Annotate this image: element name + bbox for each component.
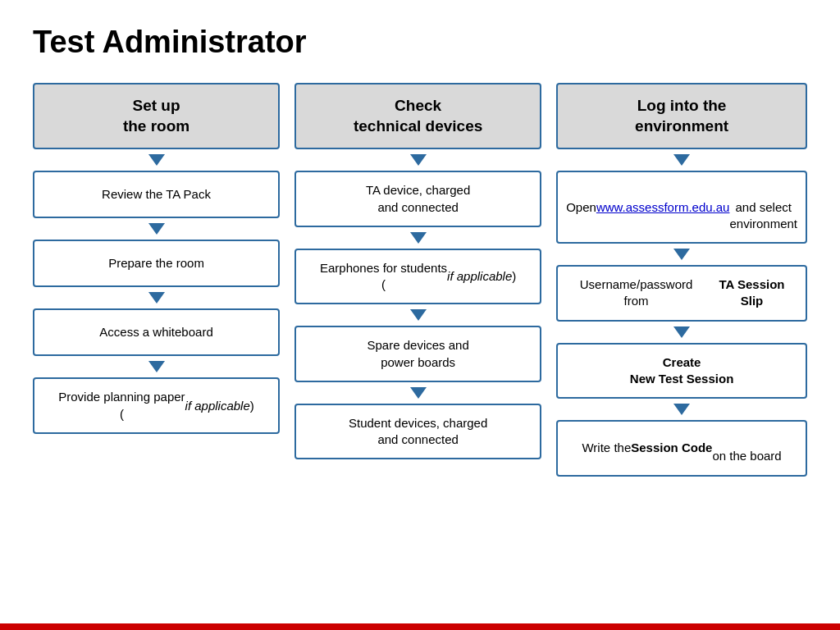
arrow-col2-4 — [410, 387, 427, 399]
arrow-col3-2 — [673, 249, 690, 260]
arrow-col1-1 — [148, 154, 165, 166]
col2-header: Checktechnical devices — [294, 83, 541, 149]
arrow-col3-4 — [673, 404, 690, 415]
step-student-devices: Student devices, chargedand connected — [294, 404, 541, 460]
column-technical: Checktechnical devices TA device, charge… — [294, 83, 541, 477]
step-username-password: Username/password fromTA Session Slip — [556, 265, 807, 322]
step-session-code: Write the Session Codeon the board — [556, 420, 807, 477]
step-whiteboard: Access a whiteboard — [33, 308, 280, 356]
arrow-col2-2 — [410, 232, 427, 244]
step-review-ta-pack: Review the TA Pack — [33, 171, 280, 218]
step-prepare-room: Prepare the room — [33, 240, 280, 287]
arrow-col3-3 — [673, 326, 690, 338]
arrow-col3-1 — [673, 154, 690, 166]
page-title: Test Administrator — [33, 25, 807, 60]
step-open-url: Open www.assessform.edu.auand select env… — [556, 171, 807, 244]
step-planning-paper: Provide planning paper(if applicable) — [33, 377, 280, 434]
column-login: Log into theenvironment Open www.assessf… — [556, 83, 807, 477]
step-spare-devices: Spare devices andpower boards — [294, 326, 541, 382]
arrow-col2-1 — [410, 154, 427, 166]
col1-header: Set upthe room — [33, 83, 280, 149]
page-container: Test Administrator Set upthe room Review… — [0, 0, 840, 630]
arrow-col1-2 — [148, 223, 165, 235]
flow-grid: Set upthe room Review the TA Pack Prepar… — [33, 83, 807, 477]
arrow-col2-3 — [410, 309, 427, 321]
step-create-session: CreateNew Test Session — [556, 343, 807, 399]
bottom-bar — [0, 623, 840, 630]
assessform-link[interactable]: www.assessform.edu.au — [596, 199, 730, 216]
step-earphones: Earphones for students(if applicable) — [294, 249, 541, 305]
arrow-col1-3 — [148, 292, 165, 304]
step-ta-device: TA device, chargedand connected — [294, 171, 541, 227]
col3-header: Log into theenvironment — [556, 83, 807, 149]
arrow-col1-4 — [148, 361, 165, 372]
column-setup: Set upthe room Review the TA Pack Prepar… — [33, 83, 280, 477]
